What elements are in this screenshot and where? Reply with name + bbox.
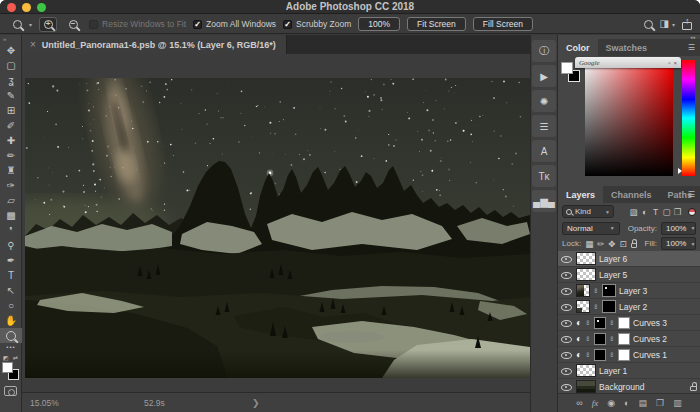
filter-pixel-layers-icon[interactable]: ▨: [628, 207, 639, 217]
layer-thumbnail[interactable]: [576, 252, 596, 265]
filter-type-layers-icon[interactable]: T: [650, 207, 661, 217]
brush-tool[interactable]: ✏: [0, 148, 22, 163]
new-adjustment-layer-icon[interactable]: ◐: [624, 399, 629, 408]
quick-selection-tool[interactable]: ✎: [0, 88, 22, 103]
panel-menu-icon[interactable]: ☰: [688, 43, 695, 52]
link-layers-icon[interactable]: ∞: [576, 399, 582, 408]
type-tool[interactable]: T: [0, 268, 22, 283]
gradient-tool[interactable]: ▩: [0, 208, 22, 223]
layer-name[interactable]: Layer 3: [619, 286, 647, 296]
vector-mask-thumbnail[interactable]: [618, 333, 630, 345]
canvas-image[interactable]: [22, 54, 530, 392]
tab-channels[interactable]: Channels: [603, 186, 660, 203]
layer-thumbnail[interactable]: [576, 284, 590, 297]
adjustments-panel-icon[interactable]: ✺: [532, 90, 556, 112]
layer-mask-thumbnail[interactable]: [602, 284, 616, 297]
adjustment-layer-icon[interactable]: ◐: [576, 318, 582, 328]
new-group-icon[interactable]: ▤: [639, 399, 648, 408]
tab-color[interactable]: Color: [558, 39, 598, 56]
zoom-tool[interactable]: [0, 328, 22, 343]
layer-row[interactable]: ∞Layer 2: [558, 299, 700, 315]
layer-name[interactable]: Layer 6: [599, 254, 627, 264]
blur-tool[interactable]: ❜: [0, 223, 22, 238]
vector-mask-thumbnail[interactable]: [618, 317, 630, 329]
lock-transparency-icon[interactable]: ▦: [585, 240, 593, 248]
layer-visibility-eye-icon[interactable]: [561, 334, 571, 343]
layer-mask-thumbnail[interactable]: [602, 300, 616, 313]
resize-windows-checkbox[interactable]: Resize Windows to Fit: [89, 19, 186, 29]
hand-tool[interactable]: ✋: [0, 313, 22, 328]
vector-mask-thumbnail[interactable]: [618, 349, 630, 361]
dodge-tool[interactable]: ⚲: [0, 238, 22, 253]
new-layer-icon[interactable]: ❐: [656, 399, 664, 408]
hue-slider-icon[interactable]: [678, 168, 682, 174]
google-mini-window[interactable]: Google ▫ ×: [575, 57, 681, 68]
layer-name[interactable]: Background: [599, 382, 644, 392]
filter-shape-layers-icon[interactable]: ▢: [661, 207, 672, 217]
pen-tool[interactable]: ✒: [0, 253, 22, 268]
info-panel-icon[interactable]: ⓘ: [532, 40, 556, 62]
layer-thumbnail[interactable]: [576, 300, 590, 313]
layer-row[interactable]: Layer 5: [558, 267, 700, 283]
workspace-icon[interactable]: ◨: [660, 19, 669, 29]
layer-name[interactable]: Layer 2: [619, 302, 647, 312]
layer-row[interactable]: ◐∞∞Curves 3: [558, 315, 700, 331]
opacity-dropdown[interactable]: 100% ▼: [661, 222, 696, 235]
layer-row[interactable]: ∞Layer 3: [558, 283, 700, 299]
adjustment-layer-icon[interactable]: ◐: [576, 350, 582, 360]
filter-kind-dropdown[interactable]: Kind ▼: [562, 205, 614, 218]
glyphs-panel-icon[interactable]: A: [532, 140, 556, 162]
google-minimize-icon[interactable]: ▫: [668, 60, 670, 66]
rectangular-marquee-tool[interactable]: ▢: [0, 58, 22, 73]
layer-name[interactable]: Curves 3: [633, 318, 667, 328]
tab-layers[interactable]: Layers: [558, 186, 603, 203]
lock-artboard-icon[interactable]: ⊡: [619, 240, 626, 248]
panel-menu-icon[interactable]: ☰: [688, 190, 695, 199]
layer-name[interactable]: Layer 5: [599, 270, 627, 280]
eraser-tool[interactable]: ▱: [0, 193, 22, 208]
scrubby-zoom-checkbox[interactable]: ✓ Scrubby Zoom: [283, 19, 351, 29]
layer-thumbnail[interactable]: [576, 268, 596, 281]
layer-visibility-eye-icon[interactable]: [561, 350, 571, 359]
layer-mask-thumbnail[interactable]: [594, 333, 606, 345]
layer-visibility-eye-icon[interactable]: [561, 286, 571, 295]
delete-layer-icon[interactable]: ▥: [673, 399, 682, 408]
zoom-out-button[interactable]: −: [64, 17, 82, 32]
character-panel-icon[interactable]: Tκ: [532, 165, 556, 187]
crop-tool[interactable]: ⊞: [0, 103, 22, 118]
layer-visibility-eye-icon[interactable]: [561, 270, 571, 279]
default-colors-icon[interactable]: ◩: [3, 354, 9, 361]
lasso-tool[interactable]: ʓ: [0, 73, 22, 88]
status-chevron-icon[interactable]: ❯: [252, 398, 260, 408]
clone-stamp-tool[interactable]: ♜: [0, 163, 22, 178]
layer-row[interactable]: ◐∞∞Curves 2: [558, 331, 700, 347]
histogram-panel-icon[interactable]: ▄▆▄: [532, 190, 556, 212]
quick-mask-mode-button[interactable]: [4, 386, 17, 396]
search-icon[interactable]: [644, 20, 653, 29]
workspace-chevron-icon[interactable]: ▾: [672, 21, 675, 28]
close-document-icon[interactable]: ×: [30, 40, 36, 50]
layer-mask-thumbnail[interactable]: [594, 317, 606, 329]
status-zoom-level[interactable]: 15.05%: [30, 398, 59, 408]
lock-all-icon[interactable]: [631, 243, 637, 248]
fit-screen-button[interactable]: Fit Screen: [407, 17, 466, 31]
zoom-tool-options-icon[interactable]: [8, 17, 26, 32]
saturation-brightness-field[interactable]: [585, 60, 673, 176]
layer-mask-thumbnail[interactable]: [594, 349, 606, 361]
move-tool[interactable]: ✥: [0, 43, 22, 58]
layer-name[interactable]: Curves 2: [633, 334, 667, 344]
layer-visibility-eye-icon[interactable]: [561, 318, 571, 327]
swap-colors-icon[interactable]: ⇄: [13, 354, 18, 361]
layer-visibility-eye-icon[interactable]: [561, 382, 571, 391]
zoom-100-button[interactable]: 100%: [358, 17, 400, 31]
lock-position-icon[interactable]: ✥: [608, 240, 615, 248]
history-brush-tool[interactable]: ✑: [0, 178, 22, 193]
spot-healing-brush-tool[interactable]: ✚: [0, 133, 22, 148]
layer-visibility-eye-icon[interactable]: [561, 366, 571, 375]
filter-smart-object-icon[interactable]: ❐: [672, 207, 683, 217]
document-tab[interactable]: × Untitled_Panorama1-6.psb @ 15.1% (Laye…: [22, 35, 287, 54]
foreground-color-swatch[interactable]: [2, 362, 13, 373]
lock-paint-icon[interactable]: ✏: [597, 240, 604, 248]
adjustment-layer-icon[interactable]: ◐: [576, 334, 582, 344]
filter-pin-toggle-icon[interactable]: [688, 208, 696, 216]
